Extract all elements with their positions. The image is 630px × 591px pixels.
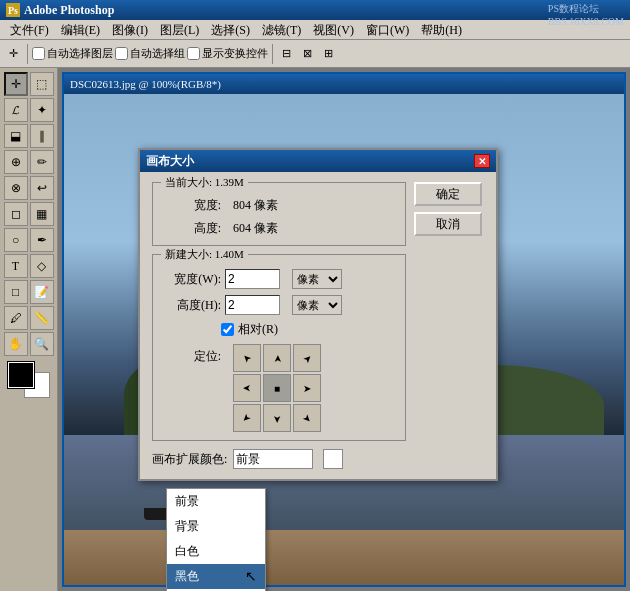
relative-checkbox[interactable] [221,323,234,336]
pen-tool[interactable]: ✒ [30,228,54,252]
canvas-color-dropdown: 前景 背景 白色 黑色 ↖ 灰色 其他... [166,488,266,591]
cursor-indicator: ↖ [245,568,257,585]
height-input[interactable]: 2 [225,295,280,315]
history-brush[interactable]: ↩ [30,176,54,200]
gradient-tool[interactable]: ▦ [30,202,54,226]
new-width-label: 宽度(W): [161,271,221,288]
align-btn-3[interactable]: ⊞ [319,43,338,65]
current-width-row: 宽度: 804 像素 [161,197,397,214]
menu-image[interactable]: 图像(I) [106,20,154,40]
text-tool[interactable]: T [4,254,28,278]
new-width-row: 宽度(W): 2 像素 厘米 英寸 [161,269,397,289]
current-height-label: 高度: [161,220,221,237]
menu-file[interactable]: 文件(F) [4,20,55,40]
pos-top-center[interactable]: ➤ [263,344,291,372]
canvas-color-select[interactable]: 前景 背景 白色 黑色 灰色 其他... [233,449,313,469]
width-input-wrapper: 2 [225,269,280,289]
zoom-tool[interactable]: 🔍 [30,332,54,356]
document-title-bar: DSC02613.jpg @ 100%(RGB/8*) [64,74,624,94]
foreground-color[interactable] [8,362,34,388]
dialog-close-button[interactable]: ✕ [474,154,490,168]
move-tool-btn[interactable]: ✛ [4,43,23,65]
heal-tool[interactable]: ⊕ [4,150,28,174]
height-input-wrapper: 2 [225,295,280,315]
auto-select-group-check[interactable]: 自动选择组 [115,46,185,61]
color-boxes [8,362,50,398]
dropdown-option-white[interactable]: 白色 [167,539,265,564]
dropdown-option-background[interactable]: 背景 [167,514,265,539]
magic-wand-tool[interactable]: ✦ [30,98,54,122]
ground [64,530,624,585]
menu-filter[interactable]: 滤镜(T) [256,20,307,40]
path-tool[interactable]: ◇ [30,254,54,278]
lasso-tool[interactable]: 𝓛 [4,98,28,122]
menu-help[interactable]: 帮助(H) [415,20,468,40]
move-tool[interactable]: ✛ [4,72,28,96]
pos-bottom-right[interactable]: ➤ [293,404,321,432]
watermark: PS数程论坛 BBS.16XX8.COM [548,2,624,27]
dialog-title: 画布大小 [146,153,194,170]
menu-view[interactable]: 视图(V) [307,20,360,40]
slice-tool[interactable]: ∥ [30,124,54,148]
menu-select[interactable]: 选择(S) [205,20,256,40]
menu-edit[interactable]: 编辑(E) [55,20,106,40]
height-unit-select[interactable]: 像素 厘米 英寸 [292,295,342,315]
current-size-group: 当前大小: 1.39M 宽度: 804 像素 高度: 604 像素 [152,182,406,246]
pos-middle-left[interactable]: ➤ [233,374,261,402]
tool-row-4: ⊕ ✏ [4,150,54,174]
toolbar-sep-1 [27,44,28,64]
canvas-size-dialog: 画布大小 ✕ 当前大小: 1.39M 宽度: 804 像素 高度: [138,148,498,481]
eyedropper-tool[interactable]: 🖊 [4,306,28,330]
tool-row-10: 🖊 📏 [4,306,54,330]
select-tool[interactable]: ⬚ [30,72,54,96]
position-label: 定位: [161,348,221,365]
app-title-bar: Ps Adobe Photoshop PS数程论坛 BBS.16XX8.COM [0,0,630,20]
pos-top-right[interactable]: ➤ [293,344,321,372]
tool-row-9: □ 📝 [4,280,54,304]
new-size-group: 新建大小: 1.40M 宽度(W): 2 像素 厘米 [152,254,406,441]
clone-tool[interactable]: ⊗ [4,176,28,200]
new-height-label: 高度(H): [161,297,221,314]
shape-tool[interactable]: □ [4,280,28,304]
cancel-button[interactable]: 取消 [414,212,482,236]
pos-center[interactable]: ■ [263,374,291,402]
dropdown-option-foreground[interactable]: 前景 [167,489,265,514]
main-toolbar: ✛ 自动选择图层 自动选择组 显示变换控件 ⊟ ⊠ ⊞ [0,40,630,68]
pos-bottom-center[interactable]: ➤ [263,404,291,432]
measure-tool[interactable]: 📏 [30,306,54,330]
tool-row-6: ◻ ▦ [4,202,54,226]
width-unit-select[interactable]: 像素 厘米 英寸 [292,269,342,289]
width-input[interactable]: 2 [225,269,280,289]
dropdown-option-black[interactable]: 黑色 ↖ [167,564,265,589]
eraser-tool[interactable]: ◻ [4,202,28,226]
relative-checkbox-row: 相对(R) [161,321,397,338]
current-size-legend: 当前大小: 1.39M [161,175,248,190]
brush-tool[interactable]: ✏ [30,150,54,174]
dodge-tool[interactable]: ○ [4,228,28,252]
crop-tool[interactable]: ⬓ [4,124,28,148]
canvas-color-swatch[interactable] [323,449,343,469]
menu-window[interactable]: 窗口(W) [360,20,415,40]
canvas-area: DSC02613.jpg @ 100%(RGB/8*) 画布大小 ✕ [58,68,630,591]
align-btn-1[interactable]: ⊟ [277,43,296,65]
pos-top-left[interactable]: ➤ [233,344,261,372]
tool-row-1: ✛ ⬚ [4,72,54,96]
app-title: Adobe Photoshop [24,3,114,18]
show-transform-check[interactable]: 显示变换控件 [187,46,268,61]
current-width-value: 804 像素 [233,197,278,214]
confirm-button[interactable]: 确定 [414,182,482,206]
main-area: ✛ ⬚ 𝓛 ✦ ⬓ ∥ ⊕ ✏ ⊗ ↩ ◻ ▦ ○ ✒ T ◇ [0,68,630,591]
hand-tool[interactable]: ✋ [4,332,28,356]
menu-layer[interactable]: 图层(L) [154,20,205,40]
tool-row-2: 𝓛 ✦ [4,98,54,122]
pos-middle-right[interactable]: ➤ [293,374,321,402]
align-btn-2[interactable]: ⊠ [298,43,317,65]
document-title: DSC02613.jpg @ 100%(RGB/8*) [70,78,221,90]
pos-bottom-left[interactable]: ➤ [233,404,261,432]
position-grid: ➤ ➤ ➤ ➤ ■ ➤ ➤ ➤ ➤ [233,344,321,432]
toolbar-sep-2 [272,44,273,64]
notes-tool[interactable]: 📝 [30,280,54,304]
position-row: 定位: ➤ ➤ ➤ ➤ ■ ➤ ➤ ➤ ➤ [161,344,397,432]
auto-select-layer-check[interactable]: 自动选择图层 [32,46,113,61]
height-unit-wrapper: 像素 厘米 英寸 [292,295,342,315]
